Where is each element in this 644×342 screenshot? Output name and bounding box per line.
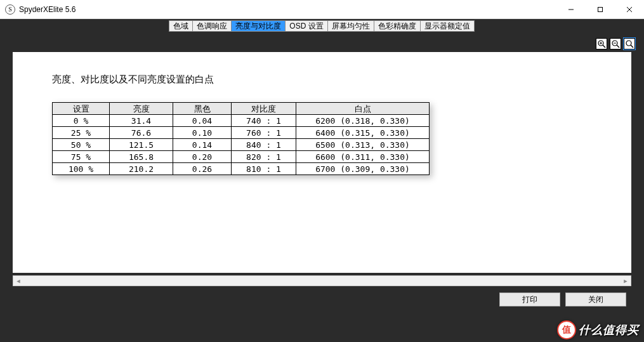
watermark-text: 什么值得买 xyxy=(579,322,639,338)
col-contrast: 对比度 xyxy=(232,103,296,115)
zoom-in-button[interactable] xyxy=(596,38,607,49)
tab-0[interactable]: 色域 xyxy=(169,20,193,32)
scroll-right-icon[interactable]: ► xyxy=(621,276,631,286)
svg-point-11 xyxy=(626,41,631,46)
cell-contrast: 810 : 1 xyxy=(232,163,296,175)
cell-setting: 50 % xyxy=(53,139,110,151)
cell-brightness: 31.4 xyxy=(110,115,173,127)
table-header-row: 设置 亮度 黑色 对比度 白点 xyxy=(53,103,430,115)
col-setting: 设置 xyxy=(53,103,110,115)
cell-black: 0.14 xyxy=(173,139,232,151)
cell-brightness: 121.5 xyxy=(110,139,173,151)
cell-contrast: 840 : 1 xyxy=(232,139,296,151)
brightness-table: 设置 亮度 黑色 对比度 白点 0 %31.40.04740 : 16200 (… xyxy=(52,102,430,175)
table-row: 100 %210.20.26810 : 16700 (0.309, 0.330) xyxy=(53,163,430,175)
cell-brightness: 76.6 xyxy=(110,127,173,139)
tab-5[interactable]: 色彩精确度 xyxy=(374,20,421,32)
cell-contrast: 740 : 1 xyxy=(232,115,296,127)
document-page: 亮度、对比度以及不同亮度设置的白点 设置 亮度 黑色 对比度 白点 0 %31.… xyxy=(13,52,631,273)
tab-6[interactable]: 显示器额定值 xyxy=(420,20,475,32)
zoom-out-button[interactable] xyxy=(610,38,621,49)
horizontal-scrollbar[interactable]: ◄ ► xyxy=(13,275,631,286)
close-button[interactable] xyxy=(615,0,644,18)
document-area: 亮度、对比度以及不同亮度设置的白点 设置 亮度 黑色 对比度 白点 0 %31.… xyxy=(8,52,636,286)
app-icon: S xyxy=(5,4,15,15)
cell-contrast: 760 : 1 xyxy=(232,127,296,139)
zoom-toolbar xyxy=(8,38,636,52)
window-titlebar: S SpyderXElite 5.6 xyxy=(0,0,644,19)
table-row: 0 %31.40.04740 : 16200 (0.318, 0.330) xyxy=(53,115,430,127)
cell-setting: 0 % xyxy=(53,115,110,127)
minimize-button[interactable] xyxy=(556,0,586,18)
maximize-button[interactable] xyxy=(586,0,615,18)
cell-white: 6600 (0.311, 0.330) xyxy=(296,151,430,163)
titlebar-controls xyxy=(556,0,644,18)
watermark: 值 什么值得买 xyxy=(557,320,639,339)
window-title: SpyderXElite 5.6 xyxy=(19,5,76,14)
zoom-fit-button[interactable] xyxy=(624,38,635,49)
zoom-in-icon xyxy=(597,39,606,48)
tab-bar: 色域色调响应亮度与对比度OSD 设置屏幕均匀性色彩精确度显示器额定值 xyxy=(0,19,644,33)
tab-2[interactable]: 亮度与对比度 xyxy=(231,20,286,32)
print-button[interactable]: 打印 xyxy=(499,293,560,306)
cell-black: 0.10 xyxy=(173,127,232,139)
cell-black: 0.04 xyxy=(173,115,232,127)
cell-black: 0.26 xyxy=(173,163,232,175)
tab-3[interactable]: OSD 设置 xyxy=(285,20,327,32)
svg-rect-1 xyxy=(598,7,603,11)
cell-white: 6700 (0.309, 0.330) xyxy=(296,163,430,175)
svg-line-5 xyxy=(603,45,605,48)
cell-white: 6200 (0.318, 0.330) xyxy=(296,115,430,127)
col-whitepoint: 白点 xyxy=(296,103,430,115)
cell-brightness: 165.8 xyxy=(110,151,173,163)
cell-contrast: 820 : 1 xyxy=(232,151,296,163)
tab-4[interactable]: 屏幕均匀性 xyxy=(327,20,374,32)
col-black: 黑色 xyxy=(173,103,232,115)
tab-1[interactable]: 色调响应 xyxy=(192,20,232,32)
close-dialog-button[interactable]: 关闭 xyxy=(565,293,626,306)
action-bar: 打印 关闭 xyxy=(8,286,636,306)
col-brightness: 亮度 xyxy=(110,103,173,115)
cell-white: 6500 (0.313, 0.330) xyxy=(296,139,430,151)
scroll-left-icon[interactable]: ◄ xyxy=(13,276,23,286)
table-row: 50 %121.50.14840 : 16500 (0.313, 0.330) xyxy=(53,139,430,151)
svg-line-9 xyxy=(617,45,619,48)
zoom-out-icon xyxy=(611,39,620,48)
cell-setting: 100 % xyxy=(53,163,110,175)
table-row: 75 %165.80.20820 : 16600 (0.311, 0.330) xyxy=(53,151,430,163)
app-body: 色域色调响应亮度与对比度OSD 设置屏幕均匀性色彩精确度显示器额定值 xyxy=(0,19,644,342)
zoom-fit-icon xyxy=(625,39,634,48)
cell-brightness: 210.2 xyxy=(110,163,173,175)
page-heading: 亮度、对比度以及不同亮度设置的白点 xyxy=(52,74,592,86)
svg-line-12 xyxy=(631,45,633,48)
watermark-badge-icon: 值 xyxy=(557,320,576,339)
cell-setting: 25 % xyxy=(53,127,110,139)
titlebar-left: S SpyderXElite 5.6 xyxy=(5,4,76,15)
cell-setting: 75 % xyxy=(53,151,110,163)
cell-white: 6400 (0.315, 0.330) xyxy=(296,127,430,139)
content-panel: 亮度、对比度以及不同亮度设置的白点 设置 亮度 黑色 对比度 白点 0 %31.… xyxy=(0,33,644,312)
table-row: 25 %76.60.10760 : 16400 (0.315, 0.330) xyxy=(53,127,430,139)
cell-black: 0.20 xyxy=(173,151,232,163)
